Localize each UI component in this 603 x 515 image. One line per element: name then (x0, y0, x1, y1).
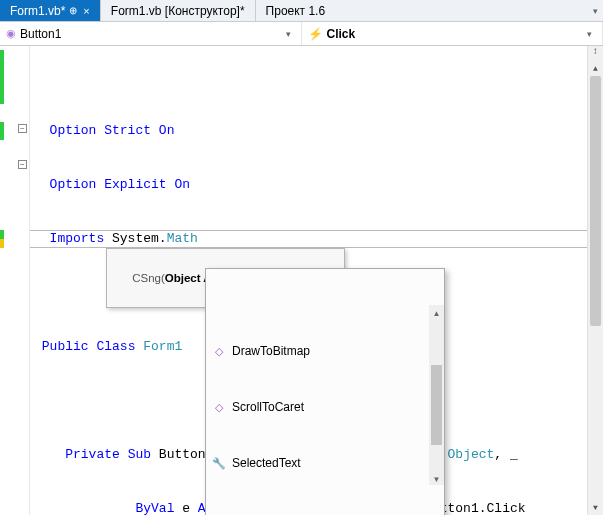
code-token: Form1 (135, 339, 182, 354)
class-name: Button1 (20, 27, 61, 41)
intellisense-popup: ◇DrawToBitmap ◇ScrollToCaret 🔧SelectedTe… (205, 268, 445, 515)
method-name: Click (327, 27, 356, 41)
member-nav: ◉ Button1 ▾ ⚡ Click ▾ (0, 22, 603, 46)
method-icon: ◇ (212, 342, 226, 360)
tab-form1-designer[interactable]: Form1.vb [Конструктор]* (101, 0, 256, 21)
scroll-down-icon[interactable]: ▼ (429, 471, 444, 485)
intellisense-scrollbar[interactable]: ▲ ▼ (429, 305, 444, 485)
chevron-down-icon[interactable]: ▾ (583, 29, 596, 39)
intellisense-label: DrawToBitmap (232, 342, 310, 360)
method-selector[interactable]: ⚡ Click ▾ (302, 22, 604, 45)
code-token: Option Explicit On (50, 177, 190, 192)
scroll-thumb[interactable] (431, 365, 442, 445)
intellisense-item[interactable]: ◇DrawToBitmap (206, 341, 444, 361)
code-token: Math (167, 231, 198, 246)
code-area[interactable]: Option Strict On Option Explicit On Impo… (30, 46, 587, 515)
code-token: Imports (50, 231, 105, 246)
scroll-down-icon[interactable]: ▼ (588, 499, 603, 515)
tooltip-text: CSng( (132, 272, 165, 284)
tab-form1-vb[interactable]: Form1.vb* ⊕ × (0, 0, 101, 21)
change-marker (0, 122, 4, 140)
tabs-overflow-icon[interactable]: ▾ (587, 0, 603, 21)
scroll-up-icon[interactable]: ▲ (429, 305, 444, 319)
class-selector[interactable]: ◉ Button1 ▾ (0, 22, 302, 45)
tab-project[interactable]: Проект 1.6 (256, 0, 336, 21)
cube-icon: ◉ (6, 27, 16, 40)
outline-toggle[interactable]: − (18, 124, 27, 133)
property-icon: 🔧 (212, 454, 226, 472)
code-token: Public Class (42, 339, 136, 354)
split-icon[interactable]: ↕ (588, 46, 603, 60)
change-marker (0, 50, 4, 104)
code-token: System. (104, 231, 166, 246)
code-token: Object (448, 447, 495, 462)
scroll-thumb[interactable] (590, 76, 601, 326)
intellisense-list: ◇DrawToBitmap ◇ScrollToCaret 🔧SelectedTe… (206, 305, 444, 485)
code-token: Private Sub (65, 447, 151, 462)
code-token: Option Strict On (50, 123, 175, 138)
vertical-scrollbar[interactable]: ↕ ▲ ▼ (587, 46, 603, 515)
intellisense-label: ScrollToCaret (232, 398, 304, 416)
intellisense-item[interactable]: ◇ScrollToCaret (206, 397, 444, 417)
method-icon: ◇ (212, 398, 226, 416)
scroll-up-icon[interactable]: ▲ (588, 60, 603, 76)
tab-label: Form1.vb [Конструктор]* (111, 4, 245, 18)
bolt-icon: ⚡ (308, 27, 323, 41)
code-editor: − − Option Strict On Option Explicit On … (0, 46, 603, 515)
intellisense-label: SelectedText (232, 454, 301, 472)
tab-label: Проект 1.6 (266, 4, 326, 18)
code-token: ByVal (135, 501, 174, 515)
change-marker (0, 230, 4, 239)
outline-toggle[interactable]: − (18, 160, 27, 169)
pin-icon[interactable]: ⊕ (69, 5, 77, 16)
tab-label: Form1.vb* (10, 4, 65, 18)
code-token: , _ (494, 447, 517, 462)
intellisense-item[interactable]: 🔧SelectedText (206, 453, 444, 473)
code-token: e (174, 501, 197, 515)
gutter: − − (0, 46, 30, 515)
close-icon[interactable]: × (83, 5, 89, 17)
chevron-down-icon[interactable]: ▾ (282, 29, 295, 39)
document-tabs: Form1.vb* ⊕ × Form1.vb [Конструктор]* Пр… (0, 0, 603, 22)
